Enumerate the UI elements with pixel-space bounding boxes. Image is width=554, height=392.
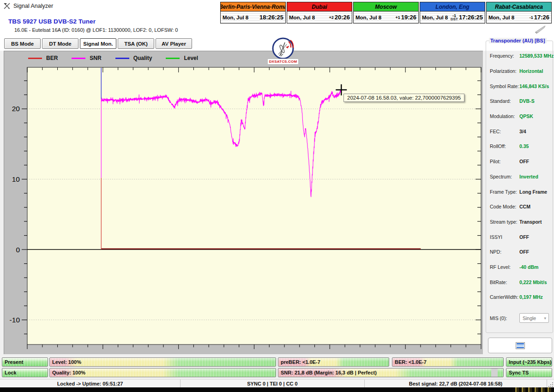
clock-date: Mon, Jul 8 [221, 15, 248, 20]
field-value: OFF [519, 234, 529, 240]
preber-bar: preBER: <1.0E-7 [278, 357, 389, 367]
mis-label: MIS (0): [490, 315, 519, 321]
legend-label: Level [184, 55, 198, 61]
clock-city-label: Moscow [354, 2, 418, 12]
snr-bar: SNR: 21,8 dB (Margin: 16,3 dB | Perfect) [278, 368, 504, 377]
field-row-fec-: FEC:3/4 [486, 124, 553, 139]
legend-item-quality: Quality [115, 55, 152, 61]
field-value: QPSK [519, 113, 533, 119]
field-row-spectrum-: Spectrum:Inverted [486, 169, 553, 184]
signature-pen-icon [533, 24, 548, 34]
field-row-rf-level-: RF Level:-40 dBm [486, 260, 553, 275]
field-label: Frame Type: [490, 189, 519, 195]
field-label: Stream type: [490, 219, 519, 225]
field-value: -40 dBm [519, 264, 538, 270]
field-row-modulation-: Modulation:QPSK [486, 109, 553, 124]
clock-berlin-paris-vienna-roma: Berlin-Paris-Vienna-RomaMon, Jul 818:26:… [220, 2, 286, 24]
field-row-standard-: Standard:DVB-S [486, 94, 553, 109]
mis-row: MIS (0): Single ▾ [486, 313, 553, 323]
chart-tooltip: 2024-07-08 16.58.03, value: 22,700000762… [343, 94, 464, 102]
field-label: Standard: [490, 98, 519, 104]
signal-analyzer-window: Signal Analyzer Berlin-Paris-Vienna-Roma… [0, 0, 554, 392]
mis-select[interactable]: Single ▾ [519, 313, 549, 323]
tab-dt-mode[interactable]: DT Mode [42, 38, 78, 49]
field-value: 3/4 [519, 129, 526, 134]
svg-text:20: 20 [12, 105, 20, 113]
field-row-stream-type-: Stream type:Transport [486, 214, 553, 230]
chart-legend: BERSNRQualityLevel [28, 55, 212, 61]
field-row-issyi: ISSYIOFF [486, 229, 553, 244]
field-value: OFF [519, 159, 529, 164]
tuner-title: TBS 5927 USB DVB-S2 Tuner [8, 18, 96, 25]
field-label: CarrierWidth: [490, 294, 519, 300]
legend-label: Quality [133, 55, 152, 61]
field-value: Transport [519, 219, 542, 225]
clock-utc-offset: -1DST [450, 14, 459, 21]
clock-date: Mon, Jul 8 [487, 15, 514, 20]
present-indicator: Present [2, 357, 48, 367]
field-value: 0,197 MHz [519, 294, 543, 300]
field-label: NPD: [490, 249, 519, 255]
ts-list-icon [516, 342, 525, 349]
field-row-pilot-: Pilot:OFF [486, 154, 553, 169]
field-label: Modulation: [490, 113, 519, 119]
input-indicator: Input (~235 Kbps) [506, 357, 552, 367]
clock-city-label: Berlin-Paris-Vienna-Roma [221, 2, 285, 12]
snr-bar-label: SNR: 21,8 dB (Margin: 16,3 dB | Perfect) [281, 370, 377, 375]
world-clocks: Berlin-Paris-Vienna-RomaMon, Jul 818:26:… [220, 2, 552, 24]
legend-label: SNR [90, 55, 101, 61]
field-label: Code Mode: [490, 204, 519, 209]
legend-swatch [115, 58, 129, 59]
field-value: Horizontal [519, 68, 543, 74]
tab-signal-mon-[interactable]: Signal Mon. [80, 38, 116, 49]
ts-info-button[interactable] [488, 338, 552, 353]
dxsatcs-logo: DXSATCS.COM [266, 37, 300, 65]
clock-time: 18:26:25 [259, 14, 285, 21]
field-row-symbol-rate-: Symbol Rate:146,843 KS/s [486, 78, 553, 94]
antenna-app-icon [3, 2, 11, 10]
field-row-frequency-: Frequency:12589,533 MHz [486, 48, 553, 64]
window-title: Signal Analyzer [13, 3, 53, 9]
clock-utc-offset: +1 [394, 16, 401, 19]
svg-text:-10: -10 [10, 316, 20, 324]
statusbar-uptime: Locked -> Uptime: 05:51:27 [0, 380, 181, 388]
field-label: Spectrum: [490, 174, 519, 179]
resize-grip[interactable] [547, 381, 553, 387]
legend-swatch [72, 58, 85, 59]
clock-rabat-casablanca: Rabat-CasablancaMon, Jul 8-117:26 [486, 2, 552, 24]
clock-london-eng: London, EngMon, Jul 8-1DST17:26:25 [420, 2, 485, 24]
clock-city-label: Rabat-Casablanca [487, 2, 551, 12]
field-row-frame-type-: Frame Type:Long Frame [486, 184, 553, 199]
field-label: Pilot: [490, 159, 519, 164]
transponder-groupbox: Transponder (AU) [BS] Frequency:12589,53… [486, 41, 553, 333]
field-label: RollOff: [490, 143, 519, 149]
satellite-dish-icon [266, 37, 300, 60]
transponder-title: Transponder (AU) [BS] [489, 38, 547, 43]
field-value: 0.35 [519, 143, 529, 149]
legend-swatch [166, 58, 180, 59]
field-row-carrierwidth-: CarrierWidth:0,197 MHz [486, 290, 553, 305]
clock-date: Mon, Jul 8 [354, 15, 381, 20]
clock-date: Mon, Jul 8 [287, 15, 315, 20]
mis-selected-value: Single [523, 315, 536, 321]
field-row-npd-: NPD:OFF [486, 244, 553, 260]
tab-tsa-ok-[interactable]: TSA (OK) [118, 38, 154, 49]
tab-bs-mode[interactable]: BS Mode [4, 38, 41, 49]
clock-city-label: London, Eng [420, 2, 485, 12]
clock-city-label: Dubai [287, 2, 352, 12]
tab-av-player[interactable]: AV Player [156, 38, 192, 49]
field-label: BitRate: [490, 279, 519, 285]
logo-text: DXSATCS.COM [267, 59, 299, 65]
quality-bar: Quality: 100% [49, 368, 276, 377]
field-label: ISSYI [490, 234, 519, 240]
tuner-subtitle: 16.0E - Eutelsat 16A (ID: 0160) @ LOF1: … [14, 27, 178, 33]
field-value: Long Frame [519, 189, 547, 195]
field-value: OFF [519, 249, 529, 255]
field-label: FEC: [490, 129, 519, 134]
statusbar-sync-counters: SYNC 0 | TEI 0 | CC 0 [181, 380, 365, 388]
svg-text:10: 10 [12, 175, 20, 183]
ber-bar: BER: <1.0E-7 [392, 357, 504, 367]
sync-ts-indicator: Sync TS [506, 368, 552, 377]
field-value: CCM [519, 204, 530, 209]
transponder-fields: Frequency:12589,533 MHzPolarization:Hori… [486, 48, 553, 305]
